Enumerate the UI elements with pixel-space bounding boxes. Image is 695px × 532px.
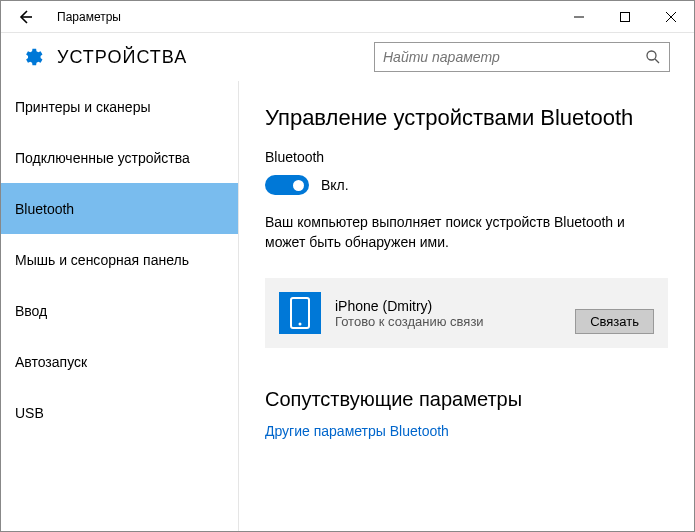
device-status: Готово к созданию связи [335,314,484,329]
header: УСТРОЙСТВА [1,33,694,81]
minimize-icon [574,12,584,22]
sidebar-item-label: Принтеры и сканеры [15,99,150,115]
sidebar: Принтеры и сканеры Подключенные устройст… [1,81,239,531]
window-controls [556,1,694,33]
bluetooth-description: Ваш компьютер выполняет поиск устройств … [265,213,668,252]
search-input[interactable] [383,49,645,65]
related-heading: Сопутствующие параметры [265,388,668,411]
back-button[interactable] [1,1,49,33]
sidebar-item-typing[interactable]: Ввод [1,285,238,336]
sidebar-item-bluetooth[interactable]: Bluetooth [1,183,238,234]
svg-line-5 [655,59,659,63]
search-box[interactable] [374,42,670,72]
main-heading: Управление устройствами Bluetooth [265,105,668,131]
connect-button[interactable]: Связать [575,309,654,334]
search-icon [645,49,661,65]
titlebar: Параметры [1,1,694,33]
arrow-left-icon [16,8,34,26]
toggle-knob [293,180,304,191]
device-card[interactable]: iPhone (Dmitry) Готово к созданию связи … [265,278,668,348]
sidebar-item-mouse[interactable]: Мышь и сенсорная панель [1,234,238,285]
phone-icon [279,292,321,334]
sidebar-item-label: Автозапуск [15,354,87,370]
close-button[interactable] [648,1,694,33]
maximize-icon [620,12,630,22]
close-icon [666,12,676,22]
bluetooth-toggle[interactable] [265,175,309,195]
sidebar-item-label: Мышь и сенсорная панель [15,252,189,268]
window-title: Параметры [49,10,556,24]
sidebar-item-label: Подключенные устройства [15,150,190,166]
device-info: iPhone (Dmitry) Готово к созданию связи [335,298,484,329]
bluetooth-label: Bluetooth [265,149,668,165]
sidebar-item-usb[interactable]: USB [1,387,238,438]
minimize-button[interactable] [556,1,602,33]
sidebar-item-autoplay[interactable]: Автозапуск [1,336,238,387]
related-section: Сопутствующие параметры Другие параметры… [265,388,668,439]
sidebar-item-printers[interactable]: Принтеры и сканеры [1,81,238,132]
main-panel: Управление устройствами Bluetooth Blueto… [239,81,694,531]
page-title: УСТРОЙСТВА [57,47,374,68]
sidebar-item-label: USB [15,405,44,421]
gear-icon [21,46,43,68]
svg-point-7 [299,323,302,326]
toggle-row: Вкл. [265,175,668,195]
content: Принтеры и сканеры Подключенные устройст… [1,81,694,531]
sidebar-item-label: Ввод [15,303,47,319]
device-name: iPhone (Dmitry) [335,298,484,314]
maximize-button[interactable] [602,1,648,33]
svg-point-4 [647,51,656,60]
more-bluetooth-link[interactable]: Другие параметры Bluetooth [265,423,668,439]
sidebar-item-connected-devices[interactable]: Подключенные устройства [1,132,238,183]
svg-rect-1 [621,12,630,21]
sidebar-item-label: Bluetooth [15,201,74,217]
toggle-state-label: Вкл. [321,177,349,193]
